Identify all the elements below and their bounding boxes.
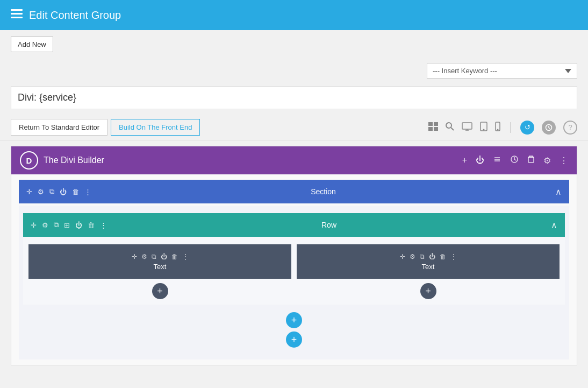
divi-builder-header: D The Divi Builder + ⏻ ⚙ (11, 146, 577, 174)
divi-more-icon[interactable]: ⋮ (560, 156, 568, 166)
section-trash-icon[interactable]: 🗑 (72, 188, 79, 196)
help-icon[interactable]: ? (563, 121, 577, 135)
section-move-icon[interactable]: ✛ (26, 188, 32, 196)
module-2-move-icon[interactable]: ✛ (400, 253, 405, 260)
divi-history-icon[interactable] (510, 155, 519, 166)
module-1-power-icon[interactable]: ⏻ (161, 253, 167, 260)
svg-rect-1 (11, 13, 23, 15)
row-more-icon[interactable]: ⋮ (100, 221, 107, 229)
frontend-editor-button[interactable]: Build On The Front End (111, 119, 200, 136)
section-power-icon[interactable]: ⏻ (60, 188, 67, 196)
add-section-button[interactable]: + (286, 331, 302, 348)
module-1-label: Text (154, 263, 167, 271)
desktop-icon[interactable] (462, 122, 472, 133)
svg-rect-0 (11, 9, 23, 11)
divi-logo: D The Divi Builder (20, 151, 104, 170)
bottom-adds: + + (23, 308, 565, 353)
module-1-trash-icon[interactable]: 🗑 (171, 253, 178, 260)
row-collapse-icon[interactable]: ∧ (551, 220, 557, 230)
divi-builder-title: The Divi Builder (44, 156, 104, 165)
module-2-more-icon[interactable]: ⋮ (450, 253, 457, 260)
svg-rect-9 (462, 123, 472, 129)
row-gear-icon[interactable]: ⚙ (42, 221, 48, 229)
row-left-icons: ✛ ⚙ ⧉ ⊞ ⏻ 🗑 ⋮ (31, 221, 107, 229)
row-bar: ✛ ⚙ ⧉ ⊞ ⏻ 🗑 ⋮ Row ∧ (23, 213, 565, 237)
divi-trash-icon[interactable] (527, 155, 535, 166)
module-1-duplicate-icon[interactable]: ⧉ (152, 253, 156, 260)
svg-point-15 (497, 129, 498, 130)
module-2-power-icon[interactable]: ⏻ (429, 253, 435, 260)
title-input[interactable] (11, 86, 577, 109)
section-more-icon[interactable]: ⋮ (84, 188, 91, 196)
module-bar-1: ✛ ⚙ ⧉ ⏻ 🗑 ⋮ Text (28, 244, 291, 279)
add-row-button[interactable]: + (286, 312, 302, 328)
svg-point-13 (483, 129, 484, 130)
svg-rect-2 (11, 17, 23, 18)
module-2-duplicate-icon[interactable]: ⧉ (420, 253, 425, 260)
top-header: Edit Content Group (0, 0, 588, 30)
editor-buttons: Return To Standard Editor Build On The F… (11, 119, 200, 136)
section-duplicate-icon[interactable]: ⧉ (49, 187, 54, 196)
keyword-select[interactable]: --- Insert Keyword --- (427, 63, 577, 79)
divi-gear-icon[interactable]: ⚙ (543, 156, 551, 166)
divi-header-icons: + ⏻ ⚙ ⋮ (462, 155, 568, 166)
page-title: Edit Content Group (29, 9, 121, 22)
module-1-move-icon[interactable]: ✛ (132, 253, 137, 260)
section-bar: ✛ ⚙ ⧉ ⏻ 🗑 ⋮ Section ∧ (19, 180, 569, 203)
module-1-more-icon[interactable]: ⋮ (182, 253, 189, 260)
section-label: Section (91, 187, 555, 196)
row-move-icon[interactable]: ✛ (31, 221, 37, 229)
history-icon[interactable] (542, 121, 556, 135)
column-2: ✛ ⚙ ⧉ ⏻ 🗑 ⋮ Text + (297, 244, 560, 299)
row-trash-icon[interactable]: 🗑 (88, 221, 95, 229)
keyword-row: --- Insert Keyword --- (0, 59, 588, 83)
divi-add-icon[interactable]: + (462, 156, 467, 165)
search-icon[interactable] (446, 122, 454, 133)
standard-editor-button[interactable]: Return To Standard Editor (11, 119, 107, 136)
row-duplicate-icon[interactable]: ⧉ (54, 221, 59, 229)
editor-row: Return To Standard Editor Build On The F… (0, 115, 588, 140)
module-2-label: Text (422, 263, 435, 271)
menu-icon[interactable] (11, 8, 23, 22)
add-module-1-button[interactable]: + (152, 283, 168, 299)
divi-settings-icon[interactable] (493, 155, 501, 166)
column-1: ✛ ⚙ ⧉ ⏻ 🗑 ⋮ Text + (28, 244, 291, 299)
svg-rect-5 (428, 127, 433, 131)
section-wrap: ✛ ⚙ ⧉ ⏻ 🗑 ⋮ Section ∧ ✛ ⚙ ⧉ ⊞ (11, 174, 577, 365)
row-power-icon[interactable]: ⏻ (75, 221, 82, 229)
svg-rect-21 (528, 157, 534, 163)
section-inner: ✛ ⚙ ⧉ ⊞ ⏻ 🗑 ⋮ Row ∧ (19, 206, 569, 359)
module-1-icons: ✛ ⚙ ⧉ ⏻ 🗑 ⋮ (132, 253, 189, 260)
section-collapse-icon[interactable]: ∧ (555, 187, 562, 197)
svg-rect-3 (428, 122, 433, 126)
divi-power-icon[interactable]: ⏻ (476, 156, 484, 165)
svg-line-8 (451, 128, 454, 130)
divi-logo-circle: D (20, 151, 38, 170)
title-row (0, 83, 588, 115)
module-2-icons: ✛ ⚙ ⧉ ⏻ 🗑 ⋮ (400, 253, 457, 260)
mobile-icon[interactable] (495, 122, 500, 133)
module-2-gear-icon[interactable]: ⚙ (410, 253, 415, 260)
row-columns-icon[interactable]: ⊞ (64, 221, 70, 229)
row-label: Row (107, 221, 551, 229)
view-icons: ↺ ? (428, 121, 577, 135)
tablet-icon[interactable] (480, 122, 487, 133)
row-wrap: ✛ ⚙ ⧉ ⊞ ⏻ 🗑 ⋮ Row ∧ (23, 213, 565, 305)
svg-rect-4 (434, 122, 438, 126)
divi-builder-area: D The Divi Builder + ⏻ ⚙ (11, 146, 577, 365)
section-left-icons: ✛ ⚙ ⧉ ⏻ 🗑 ⋮ (26, 187, 91, 196)
section-gear-icon[interactable]: ⚙ (38, 188, 44, 196)
module-1-gear-icon[interactable]: ⚙ (141, 253, 147, 260)
toolbar: Add New (0, 30, 588, 59)
add-module-2-button[interactable]: + (420, 283, 436, 299)
module-bar-2: ✛ ⚙ ⧉ ⏻ 🗑 ⋮ Text (297, 244, 560, 279)
module-2-trash-icon[interactable]: 🗑 (440, 253, 446, 260)
separator (510, 122, 511, 133)
portability-icon[interactable]: ↺ (520, 121, 534, 135)
svg-point-7 (446, 123, 451, 128)
columns-wrap: ✛ ⚙ ⧉ ⏻ 🗑 ⋮ Text + (23, 237, 565, 305)
add-new-button[interactable]: Add New (11, 37, 53, 52)
svg-rect-6 (434, 127, 438, 131)
grid-view-icon[interactable] (428, 122, 438, 133)
